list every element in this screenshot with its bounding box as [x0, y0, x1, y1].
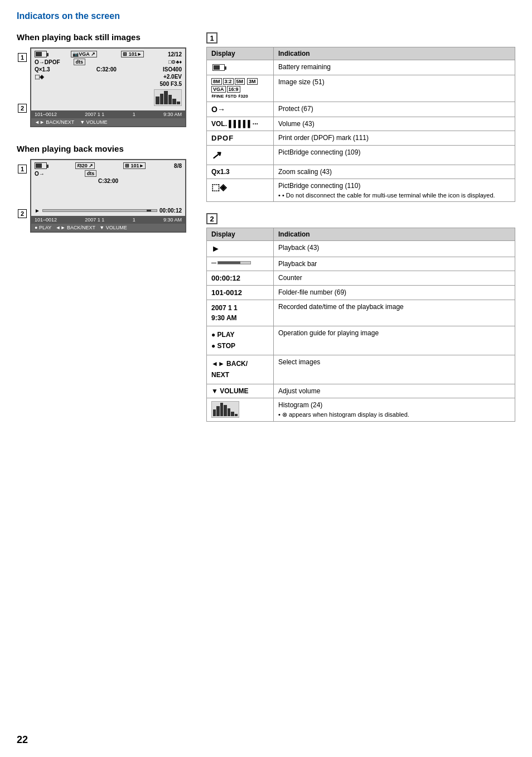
table-row: VOL. ▌▌▌▌▌··· Volume (43)	[207, 117, 515, 131]
histogram-note: • ⊗ appears when histogram display is di…	[278, 411, 510, 418]
date-still: 2007 1 1	[85, 112, 104, 117]
marker-1-movie: 1	[18, 165, 27, 173]
movie-playback-bar-row: ► 00:00:12	[35, 208, 182, 214]
marker-2-still: 2	[18, 104, 27, 113]
histogram-still	[154, 89, 182, 106]
pictbridge2-note: • Do not disconnect the cable for multi-…	[278, 192, 510, 199]
table-row: ⬚◈ PictBridge connecting (110) • Do not …	[207, 179, 515, 202]
still-controls-bar: ◄► BACK/NEXT ▼ VOLUME	[31, 118, 185, 126]
section-num-1: 1	[206, 32, 217, 44]
still-controls-text: ◄► BACK/NEXT ▼ VOLUME	[35, 119, 108, 125]
still-bottom-bar: 101–0012 2007 1 1 1 9:30 AM	[31, 110, 185, 118]
histogram-indication-text: Histogram (24)	[278, 401, 322, 409]
ev-still: +2.0EV	[163, 74, 182, 80]
dpof-label-still: O→DPOF	[35, 59, 60, 65]
time-counter-movie: 00:00:12	[159, 208, 182, 214]
right-column: 1 Display Indication Battery remaining	[206, 32, 515, 433]
folder-display-text: 101-0012	[211, 288, 242, 297]
indication-folder: Folder-file number (69)	[274, 286, 515, 300]
marker-1-still: 1	[18, 53, 27, 62]
indication-volume: Volume (43)	[274, 117, 515, 131]
counter-icon-movie: ⊞ 101►	[123, 162, 146, 169]
indication-datetime: Recorded date/time of the playback image	[274, 300, 515, 326]
indication-histogram: Histogram (24) • ⊗ appears when histogra…	[274, 398, 515, 421]
indication-dpof: Print order (DPOF) mark (111)	[274, 131, 515, 146]
datetime-display-text: 2007 1 19:30 AM	[211, 304, 238, 322]
table1-col1-header: Display	[207, 47, 274, 60]
folder-num-still: 101–0012	[35, 112, 57, 117]
cable-icon-still: ⬚◈	[35, 74, 44, 80]
movie-controls-bar: ● PLAY ◄► BACK/NEXT ▼ VOLUME	[31, 224, 185, 232]
indication-battery: Battery remaining	[274, 60, 515, 75]
page-number: 22	[17, 734, 28, 746]
volume2-display-text: ▼ VOLUME	[211, 387, 249, 395]
indication-zoom: Zoom scaling (43)	[274, 165, 515, 179]
folder-num-movie: 101–0012	[35, 217, 57, 223]
c-time-still: C:32:00	[96, 66, 117, 73]
counter-icon-still: ⊞ 101►	[121, 51, 143, 57]
back-next-display-text: ◄► BACK/NEXT	[211, 360, 248, 379]
indication-imagesize: Image size (51)	[274, 75, 515, 102]
display-volume2: ▼ VOLUME	[207, 384, 274, 398]
section-num-2: 2	[206, 213, 217, 224]
bottom-icons-still: □⊙♣♦	[168, 59, 182, 65]
table-row: ● PLAY● STOP Operation guide for playing…	[207, 326, 515, 355]
still-images-title: When playing back still images	[17, 32, 190, 42]
shutter-still: 500 F3.5	[35, 81, 182, 87]
table-row: Battery remaining	[207, 60, 515, 75]
battery-display-icon	[212, 64, 225, 71]
pictbridge2-indication-text: PictBridge connecting (110)	[278, 182, 360, 190]
display-battery	[207, 60, 274, 75]
vga-label-still: 📷VGA ↗	[71, 51, 97, 57]
battery-icon-still	[35, 51, 47, 57]
table-row: — Playback bar	[207, 257, 515, 271]
indication-counter: Counter	[274, 271, 515, 286]
indication-protect: Protect (67)	[274, 102, 515, 117]
table-row: 00:00:12 Counter	[207, 271, 515, 286]
table-1: Display Indication Battery remaining	[206, 47, 515, 202]
display-protect: O→	[207, 102, 274, 117]
page-still: 1	[133, 112, 136, 117]
indication-back-next: Select images	[274, 355, 515, 384]
volume-display-text: VOL. ▌▌▌▌▌···	[211, 120, 258, 128]
play-stop-display-text: ● PLAY● STOP	[211, 331, 235, 350]
size-label-movie: ♯320 ↗	[75, 162, 95, 169]
table2-col2-header: Indication	[274, 228, 515, 241]
indication-play-arrow: Playback (43)	[274, 241, 515, 257]
display-datetime: 2007 1 19:30 AM	[207, 300, 274, 326]
table-row: O→ Protect (67)	[207, 102, 515, 117]
display-volume: VOL. ▌▌▌▌▌···	[207, 117, 274, 131]
table-row: 8M 3:2 5M 3M VGA 16:9 ♯FINE ♯STD	[207, 75, 515, 102]
page-title: Indicators on the screen	[17, 11, 515, 21]
table1-col2-header: Indication	[274, 47, 515, 60]
pictbridge1-icon: ↗	[211, 149, 221, 161]
display-dpof: DPOF	[207, 131, 274, 146]
table-row: ► Playback (43)	[207, 241, 515, 257]
protect-movie: O→	[35, 171, 45, 177]
movies-title: When playing back movies	[17, 144, 190, 153]
table-row: 101-0012 Folder-file number (69)	[207, 286, 515, 300]
dpof-display-text: DPOF	[211, 134, 234, 142]
display-histogram	[207, 398, 274, 421]
left-column: When playing back still images 1 3 2	[17, 32, 190, 433]
display-folder: 101-0012	[207, 286, 274, 300]
movie-camera-screen: ♯320 ↗ ⊞ 101► 8/8 O→ dts C:32:00	[30, 159, 186, 233]
display-pictbridge1: ↗	[207, 146, 274, 165]
frame-count-movie: 8/8	[174, 163, 182, 169]
frame-count-still: 12/12	[168, 51, 182, 57]
table-row: DPOF Print order (DPOF) mark (111)	[207, 131, 515, 146]
display-counter: 00:00:12	[207, 271, 274, 286]
movie-bottom-bar: 101–0012 2007 1 1 1 9:30 AM	[31, 216, 185, 224]
table-row: ↗ PictBridge connecting (109)	[207, 146, 515, 165]
table-row: Qx1.3 Zoom scaling (43)	[207, 165, 515, 179]
indication-play-stop: Operation guide for playing image	[274, 326, 515, 355]
marker-2-movie: 2	[18, 209, 27, 218]
protect-icon: O→	[211, 105, 225, 114]
iso-still: ISO400	[163, 66, 182, 73]
time-movie: 9:30 AM	[163, 217, 182, 223]
display-pictbridge2: ⬚◈	[207, 179, 274, 202]
display-playback-bar: —	[207, 257, 274, 271]
play-arrow-display: ►	[211, 244, 220, 253]
indication-pictbridge2: PictBridge connecting (110) • Do not dis…	[274, 179, 515, 202]
table-row: Histogram (24) • ⊗ appears when histogra…	[207, 398, 515, 421]
